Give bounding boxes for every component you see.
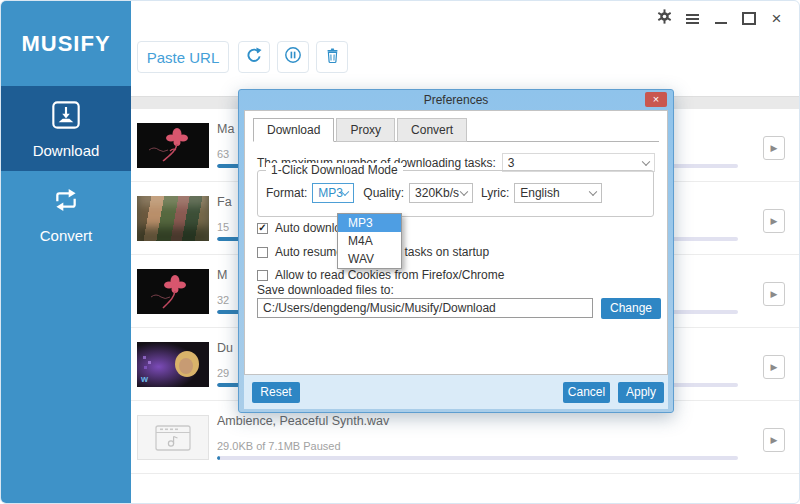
dialog-footer: Reset Cancel Apply (244, 375, 668, 409)
play-button[interactable]: ▶ (763, 428, 785, 452)
quality-value: 320Kb/s (410, 186, 459, 200)
one-click-download-groupbox: 1-Click Download Mode Format: MP3 Qualit… (257, 170, 654, 217)
logo-section: MUSIFY (1, 1, 131, 86)
lyric-value: English (515, 186, 559, 200)
close-icon: × (653, 93, 659, 105)
quality-label: Quality: (363, 186, 404, 200)
reset-button-label: Reset (260, 385, 291, 399)
format-value: MP3 (313, 186, 343, 200)
window-controls: × (656, 10, 785, 27)
delete-button[interactable] (316, 41, 348, 73)
settings-gear-button[interactable] (656, 10, 673, 27)
dropdown-option-wav[interactable]: WAV (338, 250, 401, 268)
play-button[interactable]: ▶ (763, 209, 785, 233)
play-icon: ▶ (771, 362, 778, 372)
refresh-button[interactable] (238, 41, 270, 73)
track-title: Ma (217, 122, 234, 136)
watermark-logo: w (141, 374, 148, 384)
trash-icon (324, 47, 341, 68)
reset-button[interactable]: Reset (252, 382, 300, 403)
format-label: Format: (266, 186, 307, 200)
sidebar: MUSIFY Download (1, 1, 131, 503)
menu-button[interactable] (684, 10, 701, 27)
video-thumbnail (137, 269, 209, 314)
apply-button-label: Apply (626, 385, 656, 399)
save-path-input[interactable] (257, 298, 593, 318)
sidebar-item-label: Convert (40, 227, 93, 244)
checkbox-label: Allow to read Cookies from Firefox/Chrom… (275, 268, 504, 282)
sidebar-item-convert[interactable]: Convert (1, 171, 131, 256)
minimize-button[interactable] (712, 10, 729, 27)
video-thumbnail (137, 196, 209, 241)
dropdown-option-m4a[interactable]: M4A (338, 232, 401, 250)
tab-proxy[interactable]: Proxy (336, 118, 395, 142)
check-icon: ✓ (258, 223, 266, 233)
tab-convert[interactable]: Convert (397, 118, 467, 142)
track-title: Du (217, 341, 233, 355)
maximize-button[interactable] (740, 10, 757, 27)
dialog-title: Preferences (239, 93, 673, 107)
progress-text: 32 (217, 294, 229, 306)
checkbox-unchecked[interactable] (257, 270, 268, 281)
chevron-down-icon (460, 188, 468, 196)
hamburger-menu-icon (686, 14, 699, 24)
checkbox-checked[interactable]: ✓ (257, 223, 268, 234)
progress-text: 29 (217, 367, 229, 379)
progress-text: 29.0KB of 7.1MB Paused (217, 440, 341, 452)
lyric-select[interactable]: English (514, 183, 602, 203)
play-icon: ▶ (771, 289, 778, 299)
close-window-button[interactable]: × (768, 10, 785, 27)
maximize-icon (742, 12, 756, 25)
audio-file-placeholder-icon (137, 415, 209, 460)
preferences-dialog: Preferences × Download Proxy Convert The… (238, 89, 674, 413)
dialog-close-button[interactable]: × (645, 92, 667, 107)
cancel-button-label: Cancel (568, 385, 605, 399)
change-button[interactable]: Change (601, 298, 661, 319)
app-logo: MUSIFY (21, 31, 110, 57)
format-select[interactable]: MP3 (312, 183, 354, 203)
save-path-label: Save downloaded files to: (257, 283, 394, 297)
lyric-label: Lyric: (481, 186, 509, 200)
paste-url-button[interactable]: Paste URL (137, 41, 229, 73)
play-button[interactable]: ▶ (763, 136, 785, 160)
dialog-tabs: Download Proxy Convert (253, 118, 659, 142)
track-title: M (217, 268, 227, 282)
change-button-label: Change (610, 301, 652, 315)
play-icon: ▶ (771, 435, 778, 445)
format-dropdown-list: MP3 M4A WAV (337, 213, 402, 269)
quality-select[interactable]: 320Kb/s (409, 183, 473, 203)
progress-text: 63 (217, 148, 229, 160)
progress-bar (217, 456, 738, 460)
video-thumbnail (137, 123, 209, 168)
refresh-icon (245, 46, 263, 68)
apply-button[interactable]: Apply (618, 382, 664, 403)
close-icon: × (772, 10, 782, 27)
play-button[interactable]: ▶ (763, 282, 785, 306)
tab-download[interactable]: Download (253, 118, 334, 142)
cancel-button[interactable]: Cancel (563, 382, 610, 403)
groupbox-legend: 1-Click Download Mode (266, 163, 403, 177)
checkbox-unchecked[interactable] (257, 247, 268, 258)
track-title: Fa (217, 195, 232, 209)
minimize-icon (715, 22, 727, 24)
pause-icon (284, 46, 302, 68)
convert-icon (50, 184, 82, 220)
max-tasks-value: 3 (503, 156, 515, 170)
progress-text: 15 (217, 221, 229, 233)
download-icon (50, 99, 82, 135)
play-button[interactable]: ▶ (763, 355, 785, 379)
track-title: Ambience, Peaceful Synth.wav (217, 414, 389, 428)
progress-fill (217, 456, 220, 460)
play-icon: ▶ (771, 216, 778, 226)
dialog-content: Download Proxy Convert The maximum numbe… (244, 110, 668, 375)
video-thumbnail: w (137, 342, 209, 387)
sidebar-item-download[interactable]: Download (1, 86, 131, 171)
pause-button[interactable] (277, 41, 309, 73)
chevron-down-icon (642, 157, 650, 165)
read-cookies-checkbox-row[interactable]: Allow to read Cookies from Firefox/Chrom… (257, 268, 504, 282)
sidebar-item-label: Download (33, 142, 100, 159)
play-icon: ▶ (771, 143, 778, 153)
gear-icon (657, 9, 672, 28)
format-quality-lyric-row: Format: MP3 Quality: 320Kb/s Lyric: Engl… (266, 183, 647, 203)
dropdown-option-mp3[interactable]: MP3 (338, 214, 401, 232)
